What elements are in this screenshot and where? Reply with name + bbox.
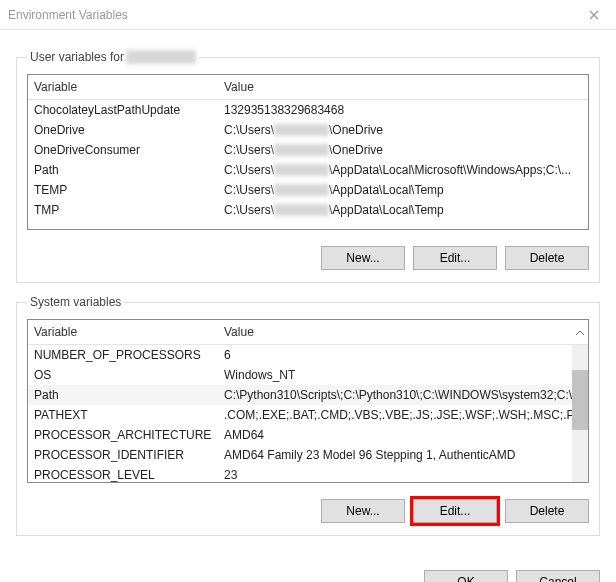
sys-table-header: Variable Value <box>28 320 588 345</box>
chevron-up-icon <box>576 330 584 336</box>
user-buttons-row: New... Edit... Delete <box>27 246 589 270</box>
user-new-button[interactable]: New... <box>321 246 405 270</box>
cell-value: C:\Users\\OneDrive <box>218 120 588 140</box>
cancel-button[interactable]: Cancel <box>516 570 600 582</box>
sys-delete-button[interactable]: Delete <box>505 499 589 523</box>
cell-variable: OneDrive <box>28 120 218 140</box>
redacted-username <box>274 184 329 196</box>
scroll-up-arrow[interactable] <box>572 320 588 345</box>
cell-variable: Path <box>28 385 218 405</box>
table-row[interactable]: OneDriveC:\Users\\OneDrive <box>28 120 588 140</box>
cell-value: C:\Users\\AppData\Local\Temp <box>218 200 588 220</box>
redacted-username <box>274 144 329 156</box>
close-button[interactable] <box>571 0 616 30</box>
close-icon <box>589 10 599 20</box>
dialog-footer: OK Cancel <box>0 562 616 582</box>
cell-value: 23 <box>218 465 588 483</box>
cell-variable: OS <box>28 365 218 385</box>
sys-edit-button[interactable]: Edit... <box>413 499 497 523</box>
table-row[interactable]: PROCESSOR_IDENTIFIERAMD64 Family 23 Mode… <box>28 445 588 465</box>
titlebar: Environment Variables <box>0 0 616 30</box>
cell-value: .COM;.EXE;.BAT;.CMD;.VBS;.VBE;.JS;.JSE;.… <box>218 405 588 425</box>
col-spacer <box>572 75 588 100</box>
cell-value: C:\Users\\OneDrive <box>218 140 588 160</box>
cell-variable: PROCESSOR_ARCHITECTURE <box>28 425 218 445</box>
cell-value: C:\Users\\AppData\Local\Microsoft\Window… <box>218 160 588 180</box>
ok-button[interactable]: OK <box>424 570 508 582</box>
table-row[interactable]: TMPC:\Users\\AppData\Local\Temp <box>28 200 588 220</box>
sys-buttons-row: New... Edit... Delete <box>27 499 589 523</box>
sys-new-button[interactable]: New... <box>321 499 405 523</box>
cell-variable: TEMP <box>28 180 218 200</box>
cell-variable: PATHEXT <box>28 405 218 425</box>
cell-value: 132935138329683468 <box>218 100 588 120</box>
cell-variable: TMP <box>28 200 218 220</box>
cell-variable: Path <box>28 160 218 180</box>
scrollbar-thumb[interactable] <box>572 370 588 430</box>
cell-value: AMD64 Family 23 Model 96 Stepping 1, Aut… <box>218 445 588 465</box>
table-row[interactable]: PROCESSOR_LEVEL23 <box>28 465 588 483</box>
col-value[interactable]: Value <box>218 75 572 100</box>
redacted-username <box>274 124 329 136</box>
table-row[interactable]: PATHEXT.COM;.EXE;.BAT;.CMD;.VBS;.VBE;.JS… <box>28 405 588 425</box>
dialog-content: User variables for Variable Value Chocol… <box>0 30 616 562</box>
cell-value: C:\Python310\Scripts\;C:\Python310\;C:\W… <box>218 385 588 405</box>
table-row[interactable]: ChocolateyLastPathUpdate1329351383296834… <box>28 100 588 120</box>
cell-variable: OneDriveConsumer <box>28 140 218 160</box>
table-row[interactable]: NUMBER_OF_PROCESSORS6 <box>28 345 588 365</box>
table-row[interactable]: TEMPC:\Users\\AppData\Local\Temp <box>28 180 588 200</box>
window-title: Environment Variables <box>8 8 128 22</box>
cell-variable: PROCESSOR_IDENTIFIER <box>28 445 218 465</box>
user-edit-button[interactable]: Edit... <box>413 246 497 270</box>
table-row[interactable]: PROCESSOR_ARCHITECTUREAMD64 <box>28 425 588 445</box>
table-row[interactable]: OSWindows_NT <box>28 365 588 385</box>
cell-value: C:\Users\\AppData\Local\Temp <box>218 180 588 200</box>
user-delete-button[interactable]: Delete <box>505 246 589 270</box>
redacted-username <box>274 164 329 176</box>
cell-value: AMD64 <box>218 425 588 445</box>
table-row[interactable]: OneDriveConsumerC:\Users\\OneDrive <box>28 140 588 160</box>
cell-variable: PROCESSOR_LEVEL <box>28 465 218 483</box>
cell-variable: ChocolateyLastPathUpdate <box>28 100 218 120</box>
table-row[interactable]: PathC:\Users\\AppData\Local\Microsoft\Wi… <box>28 160 588 180</box>
system-variables-table[interactable]: Variable Value NUMBER_OF_PROCESSORS6OSWi… <box>27 319 589 483</box>
user-variables-group: User variables for Variable Value Chocol… <box>16 50 600 283</box>
user-table-header: Variable Value <box>28 75 588 100</box>
system-variables-group: System variables Variable Value NUMBER_O… <box>16 295 600 536</box>
cell-variable: NUMBER_OF_PROCESSORS <box>28 345 218 365</box>
user-variables-legend: User variables for <box>27 50 199 64</box>
table-row[interactable]: PathC:\Python310\Scripts\;C:\Python310\;… <box>28 385 588 405</box>
redacted-username <box>274 204 329 216</box>
col-value[interactable]: Value <box>218 320 572 345</box>
cell-value: Windows_NT <box>218 365 588 385</box>
scrollbar[interactable] <box>572 345 588 482</box>
user-legend-text: User variables for <box>30 50 124 64</box>
cell-value: 6 <box>218 345 588 365</box>
col-variable[interactable]: Variable <box>28 75 218 100</box>
system-variables-legend: System variables <box>27 295 124 309</box>
col-variable[interactable]: Variable <box>28 320 218 345</box>
redacted-username <box>126 50 196 64</box>
user-variables-table[interactable]: Variable Value ChocolateyLastPathUpdate1… <box>27 74 589 230</box>
